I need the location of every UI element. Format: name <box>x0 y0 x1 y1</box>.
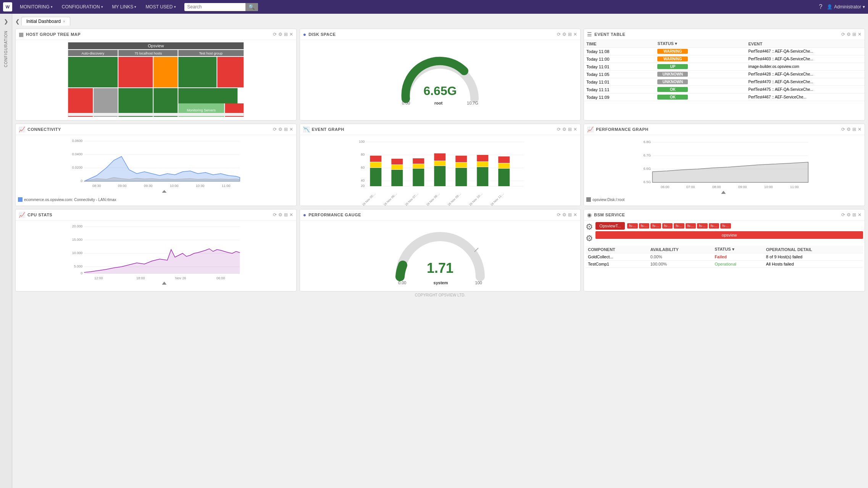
svg-text:11:00: 11:00 <box>790 185 799 189</box>
svg-text:Opsview: Opsview <box>148 43 164 48</box>
bsm-col-component: COMPONENT <box>586 246 648 253</box>
et-time: Today 11:01 <box>584 78 655 86</box>
cpu-close[interactable]: ✕ <box>289 212 293 217</box>
et-status: OK <box>655 93 746 101</box>
perfg-actions: ⟳ ⚙ ⊞ ✕ <box>557 212 577 217</box>
bsm-expand[interactable]: ⊞ <box>852 212 856 217</box>
eg-actions: ⟳ ⚙ ⊞ ✕ <box>557 127 577 132</box>
perfg-close[interactable]: ✕ <box>573 212 577 217</box>
bsm-gear-top: ⚙ <box>586 222 593 232</box>
svg-text:40: 40 <box>361 179 365 182</box>
svg-text:100: 100 <box>359 140 365 143</box>
et-status: OK <box>655 86 746 93</box>
eg-close[interactable]: ✕ <box>573 127 577 132</box>
et-event: PerfTest4470 :: AEF-QA-ServiceChe... <box>746 78 865 86</box>
dashboard-grid: ▦ HOST GROUP TREE MAP ⟳ ⚙ ⊞ ✕ Opsview <box>15 29 865 292</box>
perfg-refresh[interactable]: ⟳ <box>557 212 561 217</box>
hgtm-refresh[interactable]: ⟳ <box>273 32 277 37</box>
disk-actions: ⟳ ⚙ ⊞ ✕ <box>557 32 577 37</box>
svg-text:26 Nov 05:...: 26 Nov 05:... <box>361 192 376 206</box>
disk-settings[interactable]: ⚙ <box>562 32 566 37</box>
disk-expand[interactable]: ⊞ <box>568 32 572 37</box>
bsm-top-section: ⚙ ⚙ OpsviewT... fs-...fs-...fs-...fs-...… <box>586 222 863 243</box>
svg-rect-10 <box>94 88 118 117</box>
eg-settings[interactable]: ⚙ <box>562 127 566 132</box>
svg-text:09:30: 09:30 <box>144 184 153 188</box>
bsm-node-btn[interactable]: OpsviewT... <box>595 222 625 230</box>
conn-close[interactable]: ✕ <box>289 127 293 132</box>
conn-title: CONNECTIVITY <box>27 127 271 132</box>
svg-rect-15 <box>178 57 216 87</box>
et-expand[interactable]: ⊞ <box>852 32 856 37</box>
cpu-settings[interactable]: ⚙ <box>278 212 282 217</box>
widget-header-hgtm: ▦ HOST GROUP TREE MAP ⟳ ⚙ ⊞ ✕ <box>16 29 296 40</box>
cpu-body: 20.000 15.000 10.000 5.000 0 <box>16 221 296 291</box>
conn-refresh[interactable]: ⟳ <box>273 127 277 132</box>
bsm-refresh[interactable]: ⟳ <box>841 212 845 217</box>
bsm-chip: fs-... <box>627 223 638 229</box>
widget-performance-gauge: ● PERFORMANCE GAUGE ⟳ ⚙ ⊞ ✕ <box>300 209 581 292</box>
svg-marker-31 <box>84 156 240 181</box>
hgtm-close[interactable]: ✕ <box>289 32 293 37</box>
svg-text:26 Nov 11:...: 26 Nov 11:... <box>490 192 504 206</box>
conn-expand[interactable]: ⊞ <box>284 127 288 132</box>
conn-svg: 0.0600 0.0400 0.0200 0 <box>18 137 294 195</box>
cpu-refresh[interactable]: ⟳ <box>273 212 277 217</box>
widget-event-table: ☰ EVENT TABLE ⟳ ⚙ ⊞ ✕ TIME STAT <box>584 29 865 121</box>
help-icon[interactable]: ? <box>819 3 822 10</box>
widget-header-et: ☰ EVENT TABLE ⟳ ⚙ ⊞ ✕ <box>584 29 865 40</box>
pg-refresh[interactable]: ⟳ <box>841 127 845 132</box>
nav-mylinks[interactable]: MY LINKS ▾ <box>108 3 140 11</box>
nav-mylinks-arrow: ▾ <box>134 5 136 9</box>
hgtm-expand[interactable]: ⊞ <box>284 32 288 37</box>
et-status: WARNING <box>655 48 746 55</box>
cpu-expand[interactable]: ⊞ <box>284 212 288 217</box>
eg-expand[interactable]: ⊞ <box>568 127 572 132</box>
user-menu[interactable]: 👤 Administrator ▾ <box>827 4 865 10</box>
perfg-settings[interactable]: ⚙ <box>562 212 566 217</box>
nav-monitoring[interactable]: MONITORING ▾ <box>16 3 56 11</box>
disk-body: 6.65G 0.00 root 10.7G <box>300 40 581 120</box>
bsm-close[interactable]: ✕ <box>858 212 862 217</box>
tab-close-btn[interactable]: × <box>63 19 65 24</box>
bsm-col-status[interactable]: STATUS ▾ <box>712 246 764 253</box>
et-time: Today 11:09 <box>584 93 655 101</box>
svg-rect-54 <box>391 165 403 169</box>
et-event: image-builder.os.opsview.com <box>746 63 865 71</box>
svg-text:Nov 26: Nov 26 <box>175 276 186 280</box>
et-close[interactable]: ✕ <box>858 32 862 37</box>
svg-rect-50 <box>370 168 381 186</box>
conn-settings[interactable]: ⚙ <box>278 127 282 132</box>
tab-initial-dashboard[interactable]: Initial Dashboard × <box>21 17 70 26</box>
et-col-status[interactable]: STATUS ▾ <box>655 40 746 48</box>
pg-expand[interactable]: ⊞ <box>852 127 856 132</box>
svg-text:09:00: 09:00 <box>738 185 747 189</box>
pg-settings[interactable]: ⚙ <box>847 127 851 132</box>
hgtm-settings[interactable]: ⚙ <box>278 32 282 37</box>
pg-close[interactable]: ✕ <box>858 127 862 132</box>
disk-refresh[interactable]: ⟳ <box>557 32 561 37</box>
sidebar-toggle-btn[interactable]: ❯ <box>2 17 11 26</box>
et-refresh[interactable]: ⟳ <box>841 32 845 37</box>
bsm-status: Failed <box>712 253 764 261</box>
table-row: Today 11:00 WARNING PerfTest4403 :: AEF-… <box>584 55 865 63</box>
nav-mostused[interactable]: MOST USED ▾ <box>142 3 179 11</box>
perfg-expand[interactable]: ⊞ <box>568 212 572 217</box>
nav-configuration[interactable]: CONFIGURATION ▾ <box>58 3 107 11</box>
et-settings[interactable]: ⚙ <box>847 32 851 37</box>
svg-text:20: 20 <box>361 184 365 188</box>
disk-close[interactable]: ✕ <box>573 32 577 37</box>
bsm-availability: 100.00% <box>648 261 713 268</box>
table-row: GoldCollect... 0.00% Failed 8 of 9 Host(… <box>586 253 863 261</box>
cpu-svg: 20.000 15.000 10.000 5.000 0 <box>18 223 294 288</box>
svg-rect-64 <box>455 156 467 162</box>
pg-legend: opsview:Disk:/:root <box>586 197 862 202</box>
svg-rect-63 <box>455 163 467 167</box>
eg-refresh[interactable]: ⟳ <box>557 127 561 132</box>
search-input[interactable] <box>184 3 245 11</box>
bsm-settings[interactable]: ⚙ <box>847 212 851 217</box>
tab-scroll-left[interactable]: ❮ <box>15 18 20 24</box>
et-status: UP <box>655 63 746 71</box>
svg-text:10.000: 10.000 <box>72 251 83 255</box>
search-button[interactable]: 🔍 <box>245 3 258 11</box>
